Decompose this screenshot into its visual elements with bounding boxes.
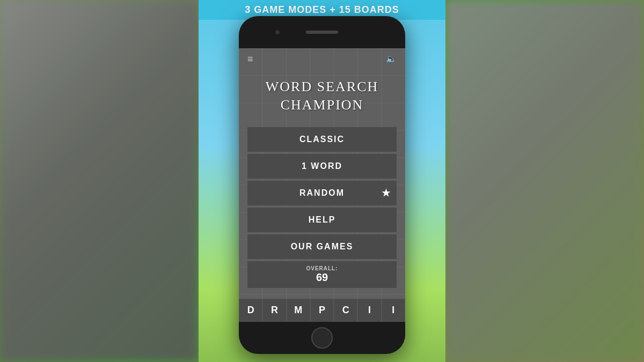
menu-btn-random[interactable]: RANDOM★ (247, 181, 397, 205)
app-title-line1: WORD SEARCH (250, 78, 394, 96)
phone-camera (275, 30, 280, 34)
overall-score-panel: OVERALL: 69 (247, 261, 397, 288)
menu-btn-classic[interactable]: CLASSIC (247, 127, 397, 152)
hamburger-menu-icon[interactable]: ≡ (247, 54, 253, 64)
sound-icon[interactable]: 🔈 (386, 54, 397, 64)
app-title: WORD SEARCH CHAMPION (239, 67, 405, 127)
letter-cell[interactable]: I (382, 299, 405, 322)
star-icon: ★ (382, 187, 391, 199)
letter-row: DRMPCII (239, 299, 405, 322)
phone-bottom-bar (239, 322, 405, 354)
bg-right-blur (445, 0, 644, 362)
top-banner-text: 3 GAME MODES + 15 BOARDS (245, 4, 399, 15)
menu-btn-1-word[interactable]: 1 WORD (247, 154, 397, 179)
app-title-text: WORD SEARCH CHAMPION (250, 78, 394, 114)
letter-cell[interactable]: D (239, 299, 262, 322)
letter-cell[interactable]: I (357, 299, 381, 322)
phone: ≡ 🔈 WORD SEARCH CHAMPION CLASSIC1 WORDRA… (239, 16, 405, 354)
phone-screen: ≡ 🔈 WORD SEARCH CHAMPION CLASSIC1 WORDRA… (239, 48, 405, 322)
menu-btn-help[interactable]: HELP (247, 208, 397, 232)
screen-header: ≡ 🔈 (239, 48, 405, 67)
overall-number: 69 (247, 271, 397, 284)
menu-buttons: CLASSIC1 WORDRANDOM★HELPOUR GAMES (239, 127, 405, 259)
phone-top-bar (239, 16, 405, 48)
letter-cell[interactable]: R (262, 299, 286, 322)
overall-label: OVERALL: (247, 265, 397, 271)
letter-cell[interactable]: C (334, 299, 357, 322)
home-button[interactable] (311, 327, 333, 349)
menu-btn-our-games[interactable]: OUR GAMES (247, 234, 397, 259)
phone-speaker (306, 31, 338, 34)
app-title-line2: CHAMPION (250, 96, 394, 114)
bg-left-blur (0, 0, 199, 362)
letter-cell[interactable]: M (287, 299, 310, 322)
letter-cell[interactable]: P (310, 299, 334, 322)
